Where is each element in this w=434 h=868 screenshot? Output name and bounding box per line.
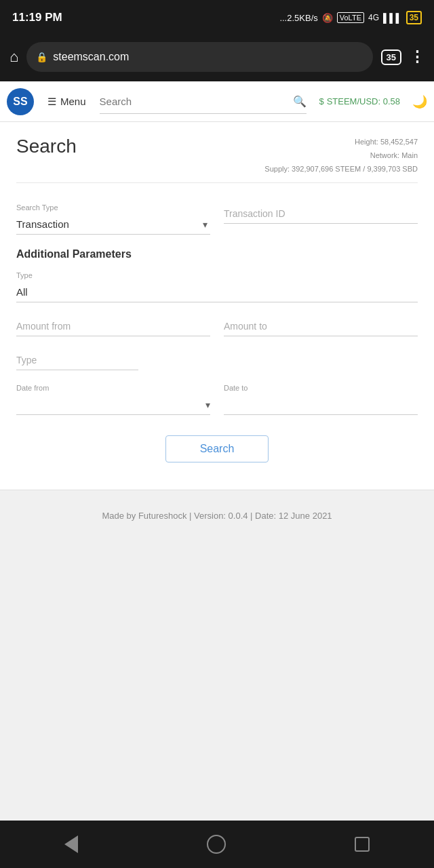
site-footer: Made by Futureshock | Version: 0.0.4 | D…	[0, 490, 434, 541]
search-type-row: Search Type Transaction Account Block Wi…	[16, 203, 418, 235]
date-from-label: Date from	[16, 384, 210, 392]
nav-search-area[interactable]: 🔍	[100, 90, 307, 114]
type-input[interactable]	[16, 282, 418, 302]
browser-menu-button[interactable]: ⋮	[410, 48, 425, 66]
back-icon	[64, 835, 78, 853]
search-btn-container: Search	[16, 435, 418, 462]
date-to-label: Date to	[224, 384, 418, 392]
additional-params-section: Additional Parameters Type Date from	[16, 248, 418, 415]
status-bar: 11:19 PM ...2.5KB/s 🔕 VoLTE 4G ▌▌▌ 35	[0, 0, 434, 35]
bottom-nav	[0, 821, 434, 868]
menu-label: Menu	[60, 96, 86, 107]
amount-row	[16, 316, 418, 336]
browser-chrome: ⌂ 🔒 steemscan.com 35 ⋮	[0, 35, 434, 81]
dollar-icon: $	[319, 96, 323, 106]
nav-search-icon: 🔍	[293, 95, 307, 108]
date-dropdown-icon: ▾	[205, 399, 210, 410]
status-icons: ...2.5KB/s 🔕 VoLTE 4G ▌▌▌ 35	[279, 11, 422, 24]
supply-info: Supply: 392,907,696 STEEM / 9,399,703 SB…	[264, 163, 418, 176]
transaction-id-input[interactable]	[224, 203, 418, 224]
page-header: Search Height: 58,452,547 Network: Main …	[16, 136, 418, 183]
search-button[interactable]: Search	[165, 435, 269, 462]
back-button[interactable]	[64, 835, 78, 853]
dark-mode-button[interactable]: 🌙	[406, 94, 434, 109]
address-text: steemscan.com	[53, 51, 129, 63]
amount-to-input[interactable]	[224, 316, 418, 336]
network-icon: 4G	[368, 13, 379, 22]
search-type-select[interactable]: Transaction Account Block Witness	[16, 214, 210, 235]
tab-count[interactable]: 35	[381, 50, 401, 65]
battery-icon: 35	[406, 11, 422, 24]
amount-to-col	[224, 316, 418, 336]
type2-input[interactable]	[16, 350, 138, 370]
status-time: 11:19 PM	[12, 11, 62, 24]
date-from-col: Date from ▾	[16, 384, 210, 415]
date-from-input[interactable]	[16, 395, 205, 414]
hamburger-icon: ☰	[47, 96, 56, 108]
gray-spacer	[0, 541, 434, 812]
volte-icon: VoLTE	[337, 12, 364, 23]
footer-text: Made by Futureshock | Version: 0.0.4 | D…	[102, 511, 332, 521]
search-type-label: Search Type	[16, 203, 210, 212]
type-group: Type	[16, 271, 418, 302]
search-type-col: Search Type Transaction Account Block Wi…	[16, 203, 210, 235]
network-label: Network: Main	[264, 149, 418, 163]
amount-from-input[interactable]	[16, 316, 210, 336]
signal-bars-icon: ▌▌▌	[383, 13, 402, 23]
height-info: Height: 58,452,547	[264, 136, 418, 149]
network-info: Height: 58,452,547 Network: Main Supply:…	[264, 136, 418, 176]
additional-params-title: Additional Parameters	[16, 248, 418, 260]
recents-square-icon	[355, 837, 370, 852]
mute-icon: 🔕	[322, 13, 333, 23]
nav-search-input[interactable]	[100, 96, 294, 107]
amount-from-col	[16, 316, 210, 336]
address-bar[interactable]: 🔒 steemscan.com	[26, 42, 372, 72]
search-type-select-wrapper: Transaction Account Block Witness ▾	[16, 214, 210, 235]
page-title: Search	[16, 136, 77, 157]
site-logo: SS	[7, 88, 34, 115]
transaction-id-col	[224, 203, 418, 235]
signal-text: ...2.5KB/s	[279, 13, 317, 23]
recents-button[interactable]	[355, 837, 370, 852]
date-to-input[interactable]	[224, 395, 418, 415]
type-label: Type	[16, 271, 418, 279]
home-nav-button[interactable]	[207, 835, 226, 854]
type2-group	[16, 350, 418, 370]
lock-icon: 🔒	[36, 52, 47, 62]
main-content: Search Height: 58,452,547 Network: Main …	[0, 122, 434, 490]
date-row: Date from ▾ Date to	[16, 384, 418, 415]
site-nav: SS ☰ Menu 🔍 $ STEEM/USD: 0.58 🌙	[0, 81, 434, 122]
home-button[interactable]: ⌂	[9, 48, 18, 66]
home-circle-icon	[207, 835, 226, 854]
nav-menu-button[interactable]: ☰ Menu	[41, 92, 93, 112]
date-to-col: Date to	[224, 384, 418, 415]
price-section: $ STEEM/USD: 0.58	[313, 96, 406, 106]
price-text: STEEM/USD: 0.58	[327, 96, 400, 106]
